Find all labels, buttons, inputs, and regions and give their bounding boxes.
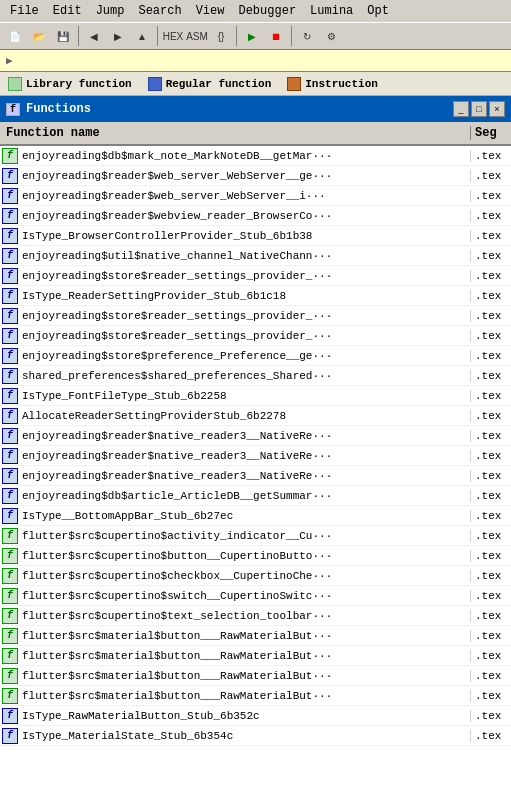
row-segment: .tex — [471, 170, 511, 182]
regular-icon: f — [2, 408, 18, 424]
row-segment: .tex — [471, 370, 511, 382]
hex-button[interactable]: HEX — [162, 25, 184, 47]
save-button[interactable]: 💾 — [52, 25, 74, 47]
maximize-button[interactable]: □ — [471, 101, 487, 117]
table-row[interactable]: fflutter$src$cupertino$text_selection_to… — [0, 606, 511, 626]
row-segment: .tex — [471, 350, 511, 362]
table-row[interactable]: fflutter$src$cupertino$activity_indicato… — [0, 526, 511, 546]
table-row[interactable]: fflutter$src$material$button___RawMateri… — [0, 666, 511, 686]
row-segment: .tex — [471, 230, 511, 242]
new-button[interactable]: 📄 — [4, 25, 26, 47]
table-row[interactable]: fenjoyreading$reader$web_server_WebServe… — [0, 186, 511, 206]
table-row[interactable]: fenjoyreading$reader$native_reader3__Nat… — [0, 446, 511, 466]
row-function-name: enjoyreading$store$reader_settings_provi… — [20, 330, 471, 342]
toolbar-sep-4 — [291, 26, 292, 46]
row-segment: .tex — [471, 290, 511, 302]
row-segment: .tex — [471, 590, 511, 602]
row-function-name: enjoyreading$db$article_ArticleDB__getSu… — [20, 490, 471, 502]
close-button[interactable]: × — [489, 101, 505, 117]
code-button[interactable]: {} — [210, 25, 232, 47]
library-icon: f — [2, 548, 18, 564]
table-row[interactable]: fIsType_MaterialState_Stub_6b354c.tex — [0, 726, 511, 746]
menu-lumina[interactable]: Lumina — [304, 3, 359, 19]
table-row[interactable]: fenjoyreading$reader$native_reader3__Nat… — [0, 466, 511, 486]
table-row[interactable]: fenjoyreading$store$preference_Preferenc… — [0, 346, 511, 366]
table-row[interactable]: fenjoyreading$store$reader_settings_prov… — [0, 326, 511, 346]
table-row[interactable]: fenjoyreading$db$mark_note_MarkNoteDB__g… — [0, 146, 511, 166]
table-row[interactable]: fAllocateReaderSettingProviderStub_6b227… — [0, 406, 511, 426]
menu-file[interactable]: File — [4, 3, 45, 19]
table-row[interactable]: fenjoyreading$db$article_ArticleDB__getS… — [0, 486, 511, 506]
menu-view[interactable]: View — [190, 3, 231, 19]
regular-icon: f — [2, 508, 18, 524]
menu-search[interactable]: Search — [132, 3, 187, 19]
row-function-name: flutter$src$cupertino$switch__CupertinoS… — [20, 590, 471, 602]
minimize-button[interactable]: _ — [453, 101, 469, 117]
settings-button[interactable]: ⚙ — [320, 25, 342, 47]
legend-regular-label: Regular function — [166, 78, 272, 90]
toolbar-sep-2 — [157, 26, 158, 46]
table-row[interactable]: fenjoyreading$reader$web_server_WebServe… — [0, 166, 511, 186]
up-button[interactable]: ▲ — [131, 25, 153, 47]
refresh-button[interactable]: ↻ — [296, 25, 318, 47]
table-row[interactable]: fIsType_RawMaterialButton_Stub_6b352c.te… — [0, 706, 511, 726]
row-function-name: enjoyreading$reader$web_server_WebServer… — [20, 170, 471, 182]
row-function-name: enjoyreading$db$mark_note_MarkNoteDB__ge… — [20, 150, 471, 162]
row-function-name: IsType__BottomAppBar_Stub_6b27ec — [20, 510, 471, 522]
legend-regular: Regular function — [148, 77, 272, 91]
row-function-name: flutter$src$cupertino$text_selection_too… — [20, 610, 471, 622]
table-row[interactable]: fflutter$src$cupertino$button__Cupertino… — [0, 546, 511, 566]
table-row[interactable]: fflutter$src$material$button___RawMateri… — [0, 646, 511, 666]
table-row[interactable]: fshared_preferences$shared_preferences_S… — [0, 366, 511, 386]
table-row[interactable]: fIsType__BottomAppBar_Stub_6b27ec.tex — [0, 506, 511, 526]
row-function-name: enjoyreading$reader$native_reader3__Nati… — [20, 430, 471, 442]
table-row[interactable]: fflutter$src$material$button___RawMateri… — [0, 626, 511, 646]
stop-button[interactable]: ⏹ — [265, 25, 287, 47]
row-segment: .tex — [471, 550, 511, 562]
legend-instruction: Instruction — [287, 77, 378, 91]
table-row[interactable]: fenjoyreading$store$reader_settings_prov… — [0, 306, 511, 326]
table-row[interactable]: fIsType_BrowserControllerProvider_Stub_6… — [0, 226, 511, 246]
asm-button[interactable]: ASM — [186, 25, 208, 47]
run-button[interactable]: ▶ — [241, 25, 263, 47]
regular-icon: f — [2, 388, 18, 404]
table-row[interactable]: fenjoyreading$reader$webview_reader_Brow… — [0, 206, 511, 226]
row-function-name: enjoyreading$reader$native_reader3__Nati… — [20, 470, 471, 482]
regular-icon: f — [2, 728, 18, 744]
row-segment: .tex — [471, 270, 511, 282]
table-header: Function name Seg — [0, 122, 511, 146]
table-row[interactable]: fflutter$src$material$button___RawMateri… — [0, 686, 511, 706]
table-row[interactable]: fenjoyreading$reader$native_reader3__Nat… — [0, 426, 511, 446]
menu-debugger[interactable]: Debugger — [232, 3, 302, 19]
functions-container: Function name Seg fenjoyreading$db$mark_… — [0, 122, 511, 808]
row-segment: .tex — [471, 410, 511, 422]
menu-opt[interactable]: Opt — [361, 3, 395, 19]
row-segment: .tex — [471, 210, 511, 222]
legend-library-color — [8, 77, 22, 91]
row-function-name: AllocateReaderSettingProviderStub_6b2278 — [20, 410, 471, 422]
table-row[interactable]: fIsType_FontFileType_Stub_6b2258.tex — [0, 386, 511, 406]
row-function-name: flutter$src$material$button___RawMateria… — [20, 650, 471, 662]
table-row[interactable]: fenjoyreading$util$native_channel_Native… — [0, 246, 511, 266]
regular-icon: f — [2, 188, 18, 204]
regular-icon: f — [2, 708, 18, 724]
menu-edit[interactable]: Edit — [47, 3, 88, 19]
row-function-name: flutter$src$cupertino$activity_indicator… — [20, 530, 471, 542]
table-row[interactable]: fflutter$src$cupertino$checkbox__Cuperti… — [0, 566, 511, 586]
regular-icon: f — [2, 488, 18, 504]
table-row[interactable]: fflutter$src$cupertino$switch__Cupertino… — [0, 586, 511, 606]
menu-jump[interactable]: Jump — [90, 3, 131, 19]
functions-window: f Functions _ □ × Function name Seg fenj… — [0, 96, 511, 808]
table-body[interactable]: fenjoyreading$db$mark_note_MarkNoteDB__g… — [0, 146, 511, 808]
open-button[interactable]: 📂 — [28, 25, 50, 47]
forward-button[interactable]: ▶ — [107, 25, 129, 47]
row-function-name: flutter$src$material$button___RawMateria… — [20, 670, 471, 682]
pathbar: ▶ — [0, 50, 511, 72]
table-row[interactable]: fenjoyreading$store$reader_settings_prov… — [0, 266, 511, 286]
row-function-name: IsType_BrowserControllerProvider_Stub_6b… — [20, 230, 471, 242]
table-row[interactable]: fIsType_ReaderSettingProvider_Stub_6b1c1… — [0, 286, 511, 306]
legend-instruction-color — [287, 77, 301, 91]
legend-instruction-label: Instruction — [305, 78, 378, 90]
back-button[interactable]: ◀ — [83, 25, 105, 47]
window-icon: f — [6, 103, 20, 116]
